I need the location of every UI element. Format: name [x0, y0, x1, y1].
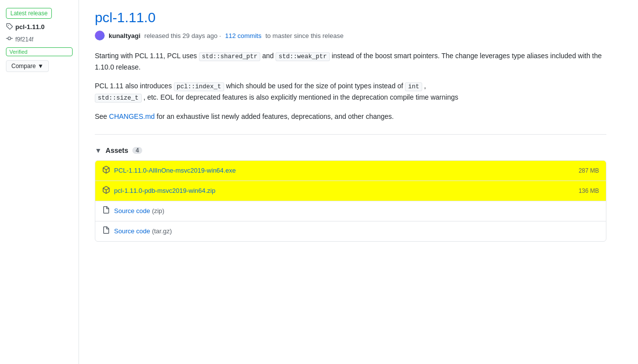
asset-list: PCL-1.11.0-AllInOne-msvc2019-win64.exe 2…	[95, 160, 606, 242]
asset-left-source-tar: Source code (tar.gz)	[102, 226, 172, 236]
commit-icon	[6, 35, 13, 43]
avatar	[95, 31, 105, 40]
sidebar: Latest release pcl-1.11.0 f9f214f Verifi…	[0, 0, 79, 364]
assets-header: ▼ Assets 4	[95, 146, 606, 154]
source-link-zip[interactable]: Source code	[114, 207, 150, 215]
source-ext-zip: (zip)	[152, 207, 164, 215]
sidebar-tag: pcl-1.11.0	[6, 23, 73, 31]
source-ext-tar: (tar.gz)	[152, 227, 172, 235]
assets-toggle-icon[interactable]: ▼	[95, 146, 102, 154]
description-2: PCL 1.11 also introduces pcl::index_t wh…	[95, 80, 606, 103]
desc1-mid: and	[260, 52, 276, 60]
asset-left-zip: pcl-1.11.0-pdb-msvc2019-win64.zip	[102, 186, 215, 196]
desc3-end: for an exhaustive list newly added featu…	[155, 112, 394, 120]
package-icon-zip	[102, 186, 110, 196]
compare-label: Compare	[11, 63, 36, 70]
latest-release-badge: Latest release	[6, 8, 52, 19]
package-icon-exe	[102, 166, 110, 176]
desc1-code1: std::shared_ptr	[199, 52, 261, 61]
asset-name-zip[interactable]: pcl-1.11.0-pdb-msvc2019-win64.zip	[114, 187, 215, 194]
asset-item-zip: pcl-1.11.0-pdb-msvc2019-win64.zip 136 MB	[95, 181, 606, 201]
asset-item-source-tar: Source code (tar.gz)	[95, 221, 606, 241]
verified-badge: Verified	[6, 47, 73, 56]
desc2-end: , etc. EOL for deprecated features is al…	[142, 93, 458, 101]
asset-item-source-zip: Source code (zip)	[95, 201, 606, 221]
commits-suffix: to master since this release	[265, 32, 343, 39]
desc1-code2: std::weak_ptr	[276, 52, 330, 61]
changes-link[interactable]: CHANGES.md	[109, 112, 155, 120]
file-icon-source-tar	[102, 226, 110, 236]
source-code-label-zip: Source code (zip)	[114, 207, 164, 215]
desc2-comma: ,	[422, 82, 426, 90]
assets-count: 4	[132, 147, 143, 154]
desc3-pre: See	[95, 112, 109, 120]
asset-size-zip: 136 MB	[579, 187, 599, 194]
desc2-code3: std::size_t	[95, 94, 142, 103]
release-meta: kunaltyagi released this 29 days ago · 1…	[95, 31, 606, 40]
assets-section: ▼ Assets 4 PCL-1.11.0-AllInOne-msvc2019-…	[95, 146, 606, 242]
asset-size-exe: 287 MB	[579, 167, 599, 174]
asset-left-source-zip: Source code (zip)	[102, 206, 164, 216]
desc2-code2: int	[405, 82, 422, 91]
asset-item-exe: PCL-1.11.0-AllInOne-msvc2019-win64.exe 2…	[95, 161, 606, 181]
commits-link[interactable]: 112 commits	[225, 32, 262, 39]
source-code-label-tar: Source code (tar.gz)	[114, 227, 172, 235]
sidebar-commit: f9f214f	[6, 35, 73, 43]
description-1: Starting with PCL 1.11, PCL uses std::sh…	[95, 50, 606, 73]
main-content: pcl-1.11.0 kunaltyagi released this 29 d…	[79, 0, 622, 364]
desc2-code1: pcl::index_t	[174, 82, 224, 91]
asset-name-exe[interactable]: PCL-1.11.0-AllInOne-msvc2019-win64.exe	[114, 167, 236, 174]
assets-label: Assets	[106, 146, 128, 154]
file-icon-source-zip	[102, 206, 110, 216]
source-link-tar[interactable]: Source code	[114, 227, 150, 235]
compare-button[interactable]: Compare ▼	[6, 60, 49, 72]
sidebar-tag-label: pcl-1.11.0	[15, 23, 44, 31]
sidebar-commit-label: f9f214f	[15, 36, 34, 43]
desc2-mid: which should be used for the size of poi…	[224, 82, 405, 90]
desc2-pre: PCL 1.11 also introduces	[95, 82, 174, 90]
author-name: kunaltyagi	[109, 32, 140, 39]
tag-icon	[6, 23, 13, 31]
asset-left-exe: PCL-1.11.0-AllInOne-msvc2019-win64.exe	[102, 166, 236, 176]
release-title: pcl-1.11.0	[95, 10, 606, 26]
description-3: See CHANGES.md for an exhaustive list ne…	[95, 111, 606, 122]
chevron-down-icon: ▼	[38, 63, 43, 70]
divider	[95, 134, 606, 135]
desc1-pre: Starting with PCL 1.11, PCL uses	[95, 52, 199, 60]
released-text: released this 29 days ago ·	[144, 32, 221, 39]
